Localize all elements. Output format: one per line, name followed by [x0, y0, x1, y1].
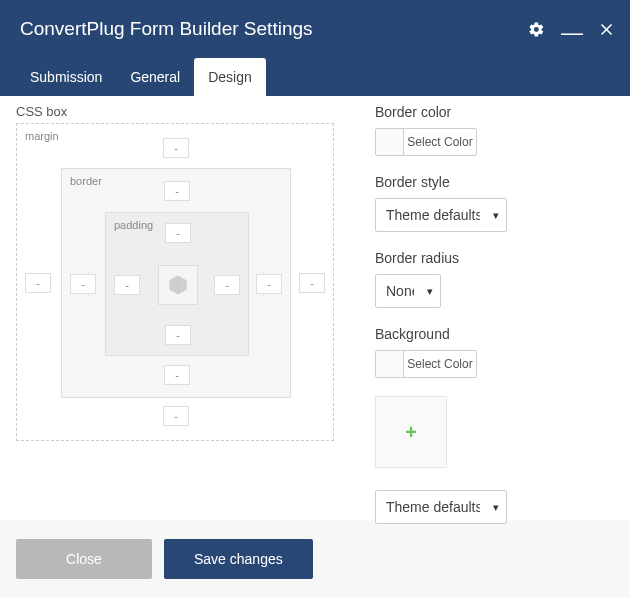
- border-top-input[interactable]: -: [164, 181, 190, 201]
- padding-bottom-input[interactable]: -: [165, 325, 191, 345]
- tab-design[interactable]: Design: [194, 58, 266, 96]
- padding-left-input[interactable]: -: [114, 275, 140, 295]
- right-col: Border color Select Color Border style T…: [351, 104, 614, 520]
- border-radius-select[interactable]: None: [375, 274, 441, 308]
- padding-top-input[interactable]: -: [165, 223, 191, 243]
- border-radius-label: Border radius: [375, 250, 614, 266]
- border-bottom-input[interactable]: -: [164, 365, 190, 385]
- left-col: CSS box margin - - - - border - - - - pa…: [16, 104, 351, 520]
- extra-select[interactable]: Theme defaults: [375, 490, 507, 524]
- add-button[interactable]: +: [375, 396, 447, 468]
- field-border-radius: Border radius None: [375, 250, 614, 308]
- border-right-input[interactable]: -: [256, 274, 282, 294]
- field-background: Background Select Color: [375, 326, 614, 378]
- padding-box: padding - - - -: [105, 212, 249, 356]
- window-title: ConvertPlug Form Builder Settings: [20, 18, 313, 40]
- border-label: border: [70, 175, 102, 187]
- border-color-picker[interactable]: Select Color: [375, 128, 477, 156]
- header-icons: —: [528, 21, 614, 38]
- border-style-label: Border style: [375, 174, 614, 190]
- background-color-picker[interactable]: Select Color: [375, 350, 477, 378]
- select-color-text: Select Color: [404, 129, 476, 155]
- window-header: ConvertPlug Form Builder Settings —: [0, 0, 630, 58]
- margin-label: margin: [25, 130, 59, 142]
- swatch-icon: [376, 129, 404, 155]
- margin-top-input[interactable]: -: [163, 138, 189, 158]
- close-button[interactable]: Close: [16, 539, 152, 579]
- margin-bottom-input[interactable]: -: [163, 406, 189, 426]
- swatch-icon: [376, 351, 404, 377]
- background-label: Background: [375, 326, 614, 342]
- border-color-label: Border color: [375, 104, 614, 120]
- css-box-label: CSS box: [16, 104, 351, 119]
- select-color-text: Select Color: [404, 351, 476, 377]
- tab-submission[interactable]: Submission: [16, 58, 116, 96]
- body: CSS box margin - - - - border - - - - pa…: [0, 96, 630, 520]
- padding-right-input[interactable]: -: [214, 275, 240, 295]
- field-border-color: Border color Select Color: [375, 104, 614, 156]
- plus-icon: +: [405, 421, 417, 444]
- save-button[interactable]: Save changes: [164, 539, 313, 579]
- field-border-style: Border style Theme defaults: [375, 174, 614, 232]
- border-style-select[interactable]: Theme defaults: [375, 198, 507, 232]
- margin-right-input[interactable]: -: [299, 273, 325, 293]
- margin-box: margin - - - - border - - - - padding - …: [16, 123, 334, 441]
- padding-label: padding: [114, 219, 153, 231]
- footer: Close Save changes: [0, 520, 630, 598]
- tab-general[interactable]: General: [116, 58, 194, 96]
- border-box: border - - - - padding - - - -: [61, 168, 291, 398]
- minimize-icon[interactable]: —: [561, 29, 583, 37]
- margin-left-input[interactable]: -: [25, 273, 51, 293]
- border-left-input[interactable]: -: [70, 274, 96, 294]
- tabs: Submission General Design: [0, 58, 630, 96]
- close-icon[interactable]: [599, 22, 614, 37]
- gear-icon[interactable]: [528, 21, 545, 38]
- content-block: [158, 265, 198, 305]
